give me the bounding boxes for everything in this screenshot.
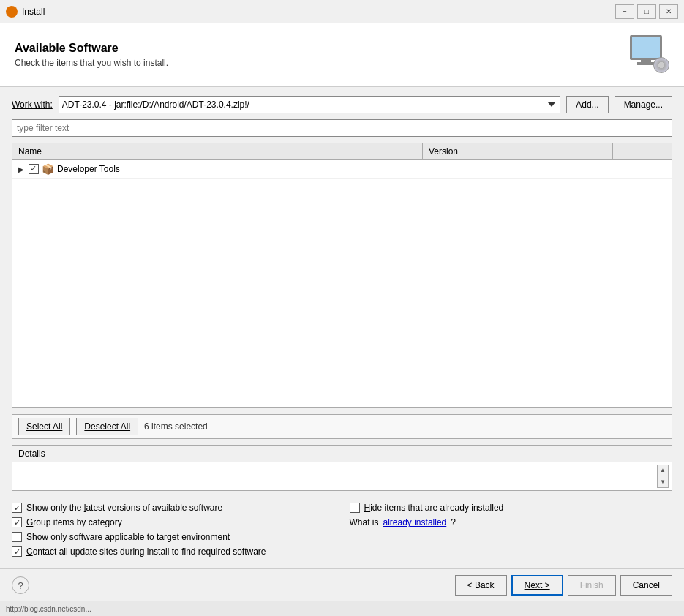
details-body: ▲ ▼ — [12, 462, 672, 490]
app-icon — [6, 6, 18, 18]
close-button[interactable]: ✕ — [659, 4, 678, 19]
col-name-header: Name — [12, 143, 423, 159]
select-all-button[interactable]: Select All — [18, 418, 70, 435]
contact-sites-checkbox[interactable]: ✓ — [12, 546, 22, 557]
items-selected-label: 6 items selected — [144, 421, 208, 432]
cd-icon — [653, 57, 669, 73]
monitor-graphic — [630, 35, 662, 60]
bottom-buttons: < Back Next > Finish Cancel — [455, 575, 672, 596]
work-with-row: Work with: ADT-23.0.4 - jar:file:/D:/And… — [12, 96, 672, 113]
table-body: ▶ 📦 Developer Tools — [12, 160, 672, 407]
details-header: Details — [12, 446, 672, 462]
cancel-button[interactable]: Cancel — [620, 575, 672, 596]
window-controls: − □ ✕ — [615, 4, 678, 19]
table-header: Name Version — [12, 143, 672, 160]
already-installed-link[interactable]: already installed — [383, 517, 447, 527]
col-extra-header — [613, 143, 672, 159]
option-show-applicable: Show only software applicable to target … — [12, 532, 335, 542]
work-with-select[interactable]: ADT-23.0.4 - jar:file:/D:/Android/ADT-23… — [59, 96, 560, 113]
details-scrollbar[interactable]: ▲ ▼ — [657, 465, 669, 488]
row-checkbox[interactable] — [29, 164, 39, 174]
finish-button[interactable]: Finish — [568, 575, 616, 596]
software-table: Name Version ▶ 📦 Developer Tools — [12, 143, 672, 408]
select-all-label: Select All — [26, 421, 62, 432]
work-with-label: Work with: — [12, 99, 53, 110]
hide-installed-checkbox[interactable] — [350, 503, 360, 513]
show-latest-checkbox[interactable]: ✓ — [12, 503, 22, 513]
option-contact-sites: ✓ Contact all update sites during instal… — [12, 546, 335, 557]
next-button-label: Next > — [525, 580, 550, 590]
monitor-base — [637, 62, 655, 65]
deselect-all-label: Deselect All — [84, 421, 130, 432]
option-what-installed: What is already installed ? — [350, 517, 673, 527]
row-label: Developer Tools — [57, 164, 666, 174]
package-icon: 📦 — [42, 163, 54, 175]
footer-hint: http://blog.csdn.net/csdn... — [0, 601, 684, 616]
header-text: Available Software Check the items that … — [15, 42, 168, 68]
header-icon — [623, 35, 669, 75]
contact-sites-label: Contact all update sites during install … — [26, 546, 266, 557]
group-category-label: Group items by category — [26, 517, 122, 527]
details-section: Details ▲ ▼ — [12, 445, 672, 491]
option-group-category: ✓ Group items by category — [12, 517, 335, 527]
manage-button[interactable]: Manage... — [615, 96, 672, 113]
show-applicable-label: Show only software applicable to target … — [26, 532, 230, 542]
add-button[interactable]: Add... — [566, 96, 608, 113]
option-show-latest: ✓ Show only the latest versions of avail… — [12, 503, 335, 513]
option-hide-installed: Hide items that are already installed — [350, 503, 673, 513]
group-category-checkbox[interactable]: ✓ — [12, 517, 22, 527]
deselect-all-button[interactable]: Deselect All — [76, 418, 138, 435]
header-section: Available Software Check the items that … — [0, 23, 684, 87]
footer-hint-text: http://blog.csdn.net/csdn... — [6, 605, 91, 613]
options-section: ✓ Show only the latest versions of avail… — [12, 497, 672, 560]
show-latest-label: Show only the latest versions of availab… — [26, 503, 222, 513]
what-installed-suffix: ? — [451, 517, 456, 527]
bottom-bar: ? < Back Next > Finish Cancel — [0, 568, 684, 601]
title-bar: Install − □ ✕ — [0, 0, 684, 23]
next-button[interactable]: Next > — [511, 575, 563, 596]
expand-arrow-icon[interactable]: ▶ — [18, 165, 24, 173]
options-left: ✓ Show only the latest versions of avail… — [12, 503, 335, 557]
hide-installed-label: Hide items that are already installed — [364, 503, 504, 513]
selection-row: Select All Deselect All 6 items selected — [12, 414, 672, 439]
minimize-button[interactable]: − — [615, 4, 634, 19]
back-button[interactable]: < Back — [455, 575, 507, 596]
scroll-down-arrow[interactable]: ▼ — [658, 477, 668, 487]
page-title: Available Software — [15, 42, 168, 55]
col-version-header: Version — [423, 143, 613, 159]
show-applicable-checkbox[interactable] — [12, 532, 22, 542]
table-row[interactable]: ▶ 📦 Developer Tools — [12, 160, 672, 179]
help-button[interactable]: ? — [12, 576, 29, 594]
what-installed-prefix: What is — [350, 517, 379, 527]
scroll-up-arrow[interactable]: ▲ — [658, 465, 668, 476]
content-area: Work with: ADT-23.0.4 - jar:file:/D:/And… — [0, 87, 684, 568]
title-bar-text: Install — [22, 7, 615, 17]
row-checkbox-cell — [29, 164, 39, 174]
options-right: Hide items that are already installed Wh… — [335, 503, 673, 557]
maximize-button[interactable]: □ — [637, 4, 656, 19]
filter-input[interactable] — [12, 119, 672, 137]
page-subtitle: Check the items that you wish to install… — [15, 58, 168, 68]
